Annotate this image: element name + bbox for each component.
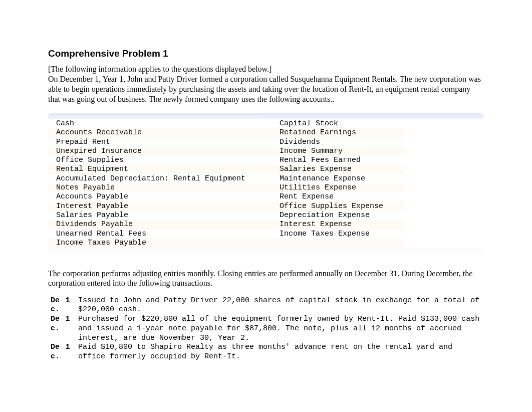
- intro-body-text: On December 1, Year 1, John and Patty Dr…: [48, 75, 481, 103]
- table-row: Unearned Rental FeesIncome Taxes Expense: [48, 230, 405, 239]
- account-right: Capital Stock: [272, 119, 405, 128]
- table-row: Unexpired InsuranceIncome Summary: [48, 147, 405, 156]
- intro-paragraph: [The following information applies to th…: [48, 64, 484, 104]
- account-right: Rental Fees Earned: [272, 156, 405, 165]
- table-row: De c. 1 Issued to John and Patty Driver …: [48, 296, 484, 315]
- table-row: Accumulated Depreciation: Rental Equipme…: [48, 174, 405, 183]
- account-left: Accounts Payable: [48, 192, 272, 201]
- account-right: Salaries Expense: [272, 165, 405, 174]
- transaction-description: Purchased for $220,800 all of the equipm…: [76, 315, 484, 343]
- account-left: Accumulated Depreciation: Rental Equipme…: [48, 174, 272, 183]
- table-row: De c. 1 Paid $10,800 to Shapiro Realty a…: [48, 343, 484, 362]
- account-right: Income Taxes Expense: [272, 230, 405, 239]
- table-row: Dividends PayableInterest Expense: [48, 220, 405, 229]
- table-row: Prepaid RentDividends: [48, 138, 405, 147]
- table-row: Notes PayableUtilities Expense: [48, 183, 405, 192]
- account-right: Office Supplies Expense: [272, 202, 405, 211]
- intro-bracket-text: [The following information applies to th…: [48, 65, 272, 73]
- account-left: Rental Equipment: [48, 165, 272, 174]
- transaction-month: De c.: [48, 315, 62, 343]
- account-right: Depreciation Expense: [272, 211, 405, 220]
- account-right: [272, 239, 405, 248]
- page-title: Comprehensive Problem 1: [48, 48, 484, 59]
- transaction-day: 1: [62, 315, 76, 343]
- account-left: Interest Payable: [48, 202, 272, 211]
- block-highlight-bottom: [48, 248, 484, 255]
- table-row: CashCapital Stock: [48, 119, 405, 128]
- account-right: Dividends: [272, 138, 405, 147]
- account-left: Unexpired Insurance: [48, 147, 272, 156]
- transactions-table: De c. 1 Issued to John and Patty Driver …: [48, 296, 484, 362]
- account-left: Salaries Payable: [48, 211, 272, 220]
- account-right: Utilities Expense: [272, 183, 405, 192]
- mid-paragraph: The corporation performs adjusting entri…: [48, 269, 484, 288]
- table-row: Accounts PayableRent Expense: [48, 192, 405, 201]
- table-row: Accounts ReceivableRetained Earnings: [48, 128, 405, 137]
- transaction-day: 1: [62, 296, 76, 315]
- account-right: Maintenance Expense: [272, 174, 405, 183]
- accounts-table: CashCapital Stock Accounts ReceivableRet…: [48, 119, 405, 248]
- document-page: Comprehensive Problem 1 [The following i…: [0, 0, 532, 392]
- table-row: Salaries PayableDepreciation Expense: [48, 211, 405, 220]
- account-left: Dividends Payable: [48, 220, 272, 229]
- block-highlight-top: [48, 113, 484, 119]
- account-left: Unearned Rental Fees: [48, 230, 272, 239]
- account-left: Office Supplies: [48, 156, 272, 165]
- account-right: Retained Earnings: [272, 128, 405, 137]
- account-right: Rent Expense: [272, 192, 405, 201]
- transaction-month: De c.: [48, 296, 62, 315]
- transaction-month: De c.: [48, 343, 62, 362]
- table-row: Interest PayableOffice Supplies Expense: [48, 202, 405, 211]
- account-right: Interest Expense: [272, 220, 405, 229]
- account-left: Prepaid Rent: [48, 138, 272, 147]
- transaction-description: Issued to John and Patty Driver 22,000 s…: [76, 296, 484, 315]
- transaction-day: 1: [62, 343, 76, 362]
- table-row: Income Taxes Payable: [48, 239, 405, 248]
- account-left: Income Taxes Payable: [48, 239, 272, 248]
- accounts-list-block: CashCapital Stock Accounts ReceivableRet…: [48, 113, 484, 255]
- account-left: Notes Payable: [48, 183, 272, 192]
- transaction-description: Paid $10,800 to Shapiro Realty as three …: [76, 343, 484, 362]
- table-row: Rental EquipmentSalaries Expense: [48, 165, 405, 174]
- table-row: De c. 1 Purchased for $220,800 all of th…: [48, 315, 484, 343]
- account-left: Accounts Receivable: [48, 128, 272, 137]
- table-row: Office SuppliesRental Fees Earned: [48, 156, 405, 165]
- account-right: Income Summary: [272, 147, 405, 156]
- account-left: Cash: [48, 119, 272, 128]
